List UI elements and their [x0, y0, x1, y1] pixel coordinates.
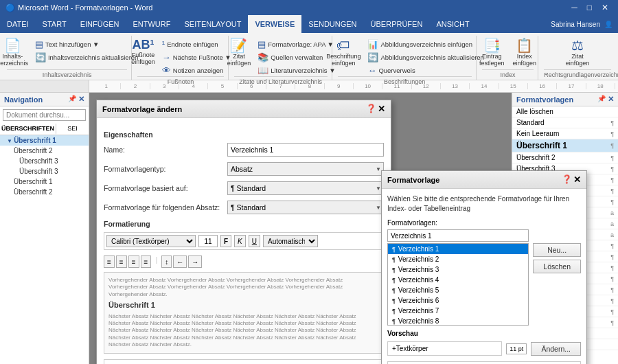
close-button[interactable]: ✕ — [597, 3, 613, 12]
eintrag-button[interactable]: 📑 Eintragfestlegen — [477, 37, 507, 68]
align-left-button[interactable]: ≡ — [104, 255, 115, 268]
inhaltsverzeichnis-label: Inhalts-verzeichnis — [0, 53, 28, 67]
nav-pin-icon[interactable]: 📌 — [68, 95, 76, 104]
minimize-button[interactable]: ─ — [567, 3, 582, 12]
list-item-verzeichnis5[interactable]: Verzeichnis 5 — [388, 285, 528, 295]
right-pin-icon[interactable]: 📌 — [597, 95, 606, 104]
beschriftung-button[interactable]: 🏷 Beschriftungeinfügen — [323, 37, 363, 68]
text-hinzufuegen-button[interactable]: ▤ Text hinzufügen ▼ — [34, 38, 139, 50]
list-item-verzeichnis3[interactable]: Verzeichnis 3 — [388, 264, 528, 275]
search-input[interactable] — [3, 109, 86, 121]
list-input[interactable] — [387, 229, 529, 242]
dialog-close-icon[interactable]: ✕ — [378, 104, 385, 114]
tab-überprüfen[interactable]: ÜBERPRÜFEN — [364, 15, 430, 33]
abbildung-einfügen-button[interactable]: 📊 Abbildungsverzeichnis einfügen — [366, 38, 485, 50]
tab-seitenlayout[interactable]: SEITENLAYOUT — [177, 15, 248, 33]
type-row: Formatvorlagentyp: Absatz — [104, 162, 384, 176]
dialog2-spacing: Abstand Nach: 5 Pt., Formatvorlage: Auto… — [387, 361, 581, 364]
nav-item-uberschrift1[interactable]: Überschrift 1 — [0, 135, 89, 146]
dialog2-close-icon[interactable]: ✕ — [573, 174, 581, 185]
querverweis-button[interactable]: ↔ Querverweis — [366, 65, 485, 76]
list-item-verzeichnis4[interactable]: Verzeichnis 4 — [388, 275, 528, 285]
right-close-icon[interactable]: ✕ — [608, 95, 614, 104]
based-on-select[interactable]: ¶ Standard — [227, 181, 384, 195]
maximize-button[interactable]: □ — [583, 3, 596, 12]
tab-seiten[interactable]: SEI — [56, 124, 89, 135]
align-justify-button[interactable]: ≡ — [141, 255, 152, 268]
endnote-button[interactable]: ¹ Endnote einfügen — [161, 38, 233, 50]
nav-item-uberschrift2b[interactable]: Überschrift 2 — [0, 187, 89, 197]
dialog-title-text: Formatvorlage ändern — [102, 105, 182, 113]
style-uberschrift1[interactable]: Überschrift 1 ¶ — [512, 139, 618, 152]
list-item-verzeichnis6[interactable]: Verzeichnis 6 — [388, 295, 528, 306]
style-uberschrift2[interactable]: Überschrift 2 ¶ — [512, 152, 618, 163]
fussnote-label: Fußnoteeinfügen — [131, 52, 155, 65]
style-alle-loeschen[interactable]: Alle löschen — [512, 106, 618, 117]
nav-item-uberschrift3b[interactable]: Überschrift 3 — [0, 166, 89, 177]
endnote-label: Endnote einfügen — [167, 41, 218, 48]
abbildung-akt-icon: 🔄 — [367, 52, 378, 62]
nav-item-uberschrift1b[interactable]: Überschrift 1 — [0, 177, 89, 187]
side-buttons: Neu... Löschen — [533, 229, 581, 326]
nav-title: Navigation — [4, 95, 43, 104]
style-listbox[interactable]: Verzeichnis 1 Verzeichnis 2 Verzeichnis … — [387, 243, 529, 326]
ribbon-group-index: 📑 Eintragfestlegen 📋 Indexeinfügen Index — [478, 36, 538, 80]
abbildung-aktualisieren-button[interactable]: 🔄 Abbildungsverzeichnis aktualisieren — [366, 52, 485, 63]
indent-more-button[interactable]: → — [188, 255, 202, 268]
next-select[interactable]: ¶ Standard — [227, 201, 384, 214]
dialog2-title: Formatvorlage ❓ ✕ — [382, 171, 586, 189]
fussnote-button[interactable]: AB¹ Fußnoteeinfügen — [128, 37, 158, 67]
naechste-fussnote-button[interactable]: → Nächste Fußnote ▼ — [161, 52, 233, 63]
tab-start[interactable]: START — [36, 15, 73, 33]
dialog-help-icon[interactable]: ❓ — [366, 104, 376, 114]
underline-button[interactable]: U — [249, 235, 260, 247]
indent-less-button[interactable]: ← — [173, 255, 187, 268]
tab-einfügen[interactable]: EINFÜGEN — [73, 15, 126, 33]
inhaltsverzeichnis-aktualisieren-button[interactable]: 🔄 Inhaltsverzeichnis aktualisieren — [34, 52, 139, 63]
dialog2-help-icon[interactable]: ❓ — [562, 174, 572, 185]
type-field: Absatz — [227, 162, 384, 176]
index-button[interactable]: 📋 Indexeinfügen — [510, 37, 539, 68]
nav-close-icon[interactable]: ✕ — [78, 95, 84, 104]
list-item-verzeichnis7[interactable]: Verzeichnis 7 — [388, 306, 528, 316]
list-item-verzeichnis8[interactable]: Verzeichnis 8 — [388, 316, 528, 326]
nav-item-uberschrift3a[interactable]: Überschrift 3 — [0, 156, 89, 166]
style-standard[interactable]: Standard ¶ — [512, 117, 618, 128]
tab-ansicht[interactable]: ANSICHT — [429, 15, 476, 33]
italic-button[interactable]: K — [234, 235, 246, 247]
bold-button[interactable]: F — [220, 235, 231, 247]
tab-sendungen[interactable]: SENDUNGEN — [301, 15, 363, 33]
rechtszitat-button[interactable]: ⚖ Zitateinfügen — [563, 37, 593, 68]
tab-datei[interactable]: DATEI — [0, 15, 36, 33]
font-size-input[interactable] — [198, 235, 218, 247]
user-name: Sabrina Hansen — [551, 21, 600, 28]
line-space-button[interactable]: ↕ — [161, 255, 172, 268]
font-select[interactable]: Calibri (Textkörper) — [106, 235, 196, 247]
rechtszitat-label: Zitateinfügen — [566, 53, 590, 67]
nav-item-uberschrift2[interactable]: Überschrift 2 — [0, 146, 89, 156]
list-with-input: Verzeichnis 1 Verzeichnis 2 Verzeichnis … — [387, 229, 529, 326]
name-input[interactable] — [227, 143, 384, 157]
inhaltsverzeichnis-button[interactable]: 📄 Inhalts-verzeichnis — [0, 37, 31, 68]
notizen-button[interactable]: 👁 Notizen anzeigen — [161, 65, 233, 76]
tab-entwurf[interactable]: ENTWURF — [126, 15, 177, 33]
color-select[interactable]: Automatisch — [263, 235, 318, 247]
list-item-verzeichnis2[interactable]: Verzeichnis 2 — [388, 254, 528, 264]
ribbon-group-fussnoten: AB¹ Fußnoteeinfügen ¹ Endnote einfügen →… — [133, 36, 228, 80]
loeschen-button[interactable]: Löschen — [533, 260, 581, 273]
group-label-rechtsgrundlagen: Rechtsgrundlagenverzeichnis — [544, 69, 611, 80]
align-right-button[interactable]: ≡ — [128, 255, 139, 268]
abbildung-akt-label: Abbildungsverzeichnis aktualisieren — [380, 54, 484, 61]
neu-button[interactable]: Neu... — [533, 243, 581, 257]
list-item-verzeichnis1[interactable]: Verzeichnis 1 — [388, 244, 528, 254]
align-center-button[interactable]: ≡ — [116, 255, 127, 268]
notizen-icon: 👁 — [162, 65, 171, 76]
zitat-button[interactable]: 📝 Zitateinfügen — [225, 37, 254, 68]
rechtszitat-icon: ⚖ — [571, 38, 584, 52]
group-label-inhaltsverzeichnis: Inhaltsverzeichnis — [7, 69, 127, 80]
style-kein-leeraum[interactable]: Kein Leeraum ¶ — [512, 128, 618, 139]
type-select[interactable]: Absatz — [227, 162, 384, 176]
aendern-button[interactable]: Ändern... — [531, 342, 581, 356]
tab-ueberschriften[interactable]: ÜBERSCHRIFTEN — [0, 124, 56, 135]
tab-verweise[interactable]: VERWEISE — [248, 15, 301, 33]
